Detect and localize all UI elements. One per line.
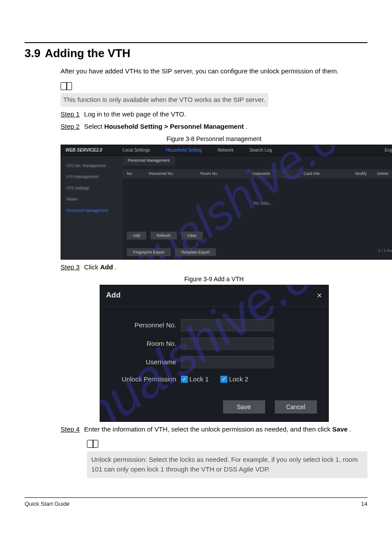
clear-button[interactable]: Clear — [181, 232, 203, 239]
note-text-2: Unlock permission: Select the locks as n… — [87, 451, 367, 478]
step-1: Step 1 Log in to the web page of the VTO… — [61, 109, 367, 120]
save-button[interactable]: Save — [223, 400, 265, 414]
figure-3-9-caption: Figure 3-9 Add a VTH — [61, 275, 367, 284]
nav-search-log[interactable]: Search Log — [249, 147, 272, 153]
note-icon — [87, 440, 98, 448]
step-1-text: Log in to the web page of the VTO. — [84, 110, 186, 118]
nav-local-settings[interactable]: Local Settings — [122, 147, 150, 153]
sidebar-item-status[interactable]: Status — [61, 194, 122, 205]
note-icon — [61, 82, 72, 90]
note-text-1: This function is only available when the… — [61, 93, 268, 107]
nav-household-setting[interactable]: Household Setting — [166, 147, 202, 153]
sidebar-item-personnel[interactable]: Personnel Management — [61, 205, 122, 217]
step-2: Step 2 Select Household Setting > Person… — [61, 122, 367, 132]
step-3-text-a: Click — [84, 263, 101, 271]
add-button[interactable]: Add — [127, 232, 146, 239]
sidebar: VTO No. Management VTH Management VTS Se… — [61, 156, 122, 260]
step-4-bold: Save — [332, 425, 348, 433]
step-2-text-a: Select — [84, 123, 104, 130]
pagination[interactable]: 1 / 1 Go to — [378, 248, 392, 254]
table-header: No. Personnel No. Room No. Username Card… — [122, 169, 392, 179]
section-number: 3.9 — [25, 47, 40, 60]
page-footer: Quick Start Guide 14 — [25, 497, 367, 507]
step-4-text-b: . — [349, 425, 351, 433]
col-personnel-no: Personnel No. — [149, 171, 201, 177]
room-no-label: Room No. — [113, 339, 181, 349]
username-input[interactable] — [181, 356, 274, 368]
step-4-text-a: Enter the information of VTH, select the… — [84, 425, 332, 433]
room-no-input[interactable] — [181, 337, 274, 350]
sidebar-item-vts[interactable]: VTS Settings — [61, 183, 122, 194]
username-label: Username — [113, 357, 181, 367]
note-2-line-1: Unlock permission: Select the locks as n… — [91, 455, 363, 465]
step-4-label: Step 4 — [61, 425, 79, 433]
close-icon[interactable]: × — [317, 289, 322, 302]
figure-3-8-caption: Figure 3-8 Personnel management — [61, 134, 367, 144]
note-2-line-2: 101 can only open lock 1 through the VTH… — [91, 464, 363, 475]
step-2-link: Household Setting > Personnel Management — [104, 123, 244, 130]
app-brand: WEB SERVICE2.0 — [65, 147, 122, 153]
step-3-label: Step 3 — [61, 263, 79, 271]
personnel-no-input[interactable] — [181, 319, 274, 331]
col-username: Username — [252, 171, 304, 177]
col-modify: Modify — [355, 171, 377, 177]
fingerprint-export-button[interactable]: Fingerprint Export — [127, 248, 171, 256]
lock2-label: Lock 2 — [229, 374, 248, 385]
col-no: No. — [127, 171, 149, 177]
step-1-label: Step 1 — [61, 110, 79, 118]
col-delete: Delete — [377, 171, 392, 177]
dialog-title: Add — [106, 290, 121, 301]
footer-left: Quick Start Guide — [25, 501, 70, 507]
intro-text: After you have added VTHs to the SIP ser… — [61, 66, 367, 76]
step-2-text-b: . — [246, 123, 248, 130]
figure-3-9-add-dialog: manualshive.com Add × Personnel No. Room… — [100, 285, 329, 422]
tab-personnel-management[interactable]: Personnel Management — [122, 156, 175, 166]
table-empty-state: No data... — [122, 178, 392, 228]
step-2-label: Step 2 — [61, 123, 79, 130]
sidebar-item-vth[interactable]: VTH Management — [61, 171, 122, 183]
lock2-checkbox[interactable] — [220, 376, 227, 383]
step-4: Step 4 Enter the information of VTH, sel… — [61, 424, 367, 435]
cancel-button[interactable]: Cancel — [275, 400, 317, 414]
step-3: Step 3 Click Add . — [61, 262, 367, 272]
sidebar-item-vto[interactable]: VTO No. Management — [61, 160, 122, 172]
section-heading: 3.9Adding the VTH — [25, 47, 367, 60]
personnel-no-label: Personnel No. — [113, 320, 181, 330]
step-3-bold: Add — [100, 263, 113, 271]
unlock-permission-label: Unlock Permission — [113, 374, 181, 385]
footer-page-number: 14 — [361, 501, 367, 507]
section-title: Adding the VTH — [45, 47, 130, 60]
nav-network[interactable]: Network — [218, 147, 234, 153]
step-3-text-b: . — [115, 263, 117, 271]
figure-3-8: manualshive.com WEB SERVICE2.0 Local Set… — [61, 145, 392, 260]
language-selector[interactable]: English — [385, 147, 392, 153]
lock1-checkbox[interactable] — [181, 376, 188, 383]
col-card-info: Card Info — [304, 171, 356, 177]
lock1-label: Lock 1 — [190, 374, 209, 385]
refresh-button[interactable]: Refresh — [151, 232, 177, 239]
col-room-no: Room No. — [201, 171, 252, 177]
template-export-button[interactable]: Template Export — [175, 248, 216, 256]
